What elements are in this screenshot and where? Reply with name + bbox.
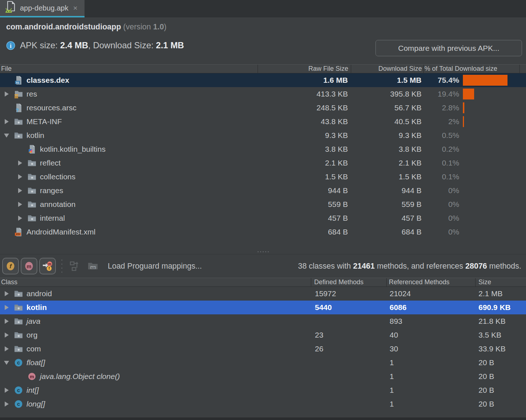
class-row[interactable]: cint[]120 B	[0, 383, 526, 397]
column-header-defined-methods[interactable]: Defined Methods	[311, 278, 387, 286]
class-row[interactable]: com263033.9 KB	[0, 342, 526, 356]
expand-toggle-icon[interactable]	[3, 401, 14, 407]
file-row[interactable]: META-INF43.8 KB40.5 KB2%	[0, 115, 526, 129]
size-value: 20 B	[476, 386, 526, 395]
package-title: com.android.androidstudioapp (version 1.…	[6, 23, 526, 32]
folder-icon	[27, 158, 37, 168]
tab-app-debug-apk[interactable]: app-debug.apk ×	[0, 0, 85, 17]
collapse-toggle-icon[interactable]	[3, 360, 14, 366]
percent-bar	[461, 130, 526, 141]
download-size-value: 9.3 KB	[350, 131, 423, 140]
file-label: AndroidManifest.xml	[26, 228, 95, 236]
file-row[interactable]: <>AndroidManifest.xml684 B684 B0%	[0, 225, 526, 239]
compare-with-previous-apk-button[interactable]: Compare with previous APK...	[375, 40, 522, 56]
bottom-edge-strip	[0, 417, 526, 420]
column-header-size[interactable]: Size	[476, 278, 526, 286]
file-row[interactable]: ?resources.arsc248.5 KB56.7 KB2.8%	[0, 101, 526, 115]
class-tree-table: android15972210242.1 MBkotlin54406086690…	[0, 287, 526, 411]
expand-spacer	[16, 146, 27, 152]
load-proguard-mappings-link[interactable]: Load Proguard mappings...	[108, 262, 202, 271]
header-filler	[520, 65, 526, 73]
file-label: META-INF	[26, 117, 62, 126]
column-header-download-size[interactable]: Download Size	[351, 65, 424, 73]
raw-file-size-value: 944 B	[257, 186, 350, 195]
expand-toggle-icon[interactable]	[16, 160, 27, 166]
class-row[interactable]: cfloat[]120 B	[0, 356, 526, 370]
field-icon: f	[5, 261, 16, 272]
defined-methods-value: 5440	[311, 303, 387, 312]
class-label: java.lang.Object clone()	[40, 372, 120, 381]
column-header-class[interactable]: Class	[0, 278, 311, 286]
file-tree-table: 01classes.dex1.6 MB1.5 MB75.4%res413.3 K…	[0, 73, 526, 249]
class-row[interactable]: mjava.lang.Object clone()120 B	[0, 370, 526, 383]
defined-methods-value: 23	[311, 331, 387, 339]
file-row[interactable]: res413.3 KB395.8 KB19.4%	[0, 87, 526, 101]
file-row[interactable]: kotlin9.3 KB9.3 KB0.5%	[0, 129, 526, 142]
toolbar-disabled-actions: a.b	[66, 260, 102, 272]
expand-spacer	[3, 77, 14, 83]
file-row[interactable]: 01classes.dex1.6 MB1.5 MB75.4%	[0, 73, 526, 87]
expand-toggle-icon[interactable]	[16, 215, 27, 221]
percent-bar	[461, 158, 526, 168]
expand-toggle-icon[interactable]	[16, 201, 27, 207]
expand-toggle-icon[interactable]	[3, 346, 14, 352]
info-icon: i	[6, 41, 15, 50]
show-fields-button[interactable]: f	[2, 258, 19, 274]
column-header-file[interactable]: File	[0, 65, 258, 73]
svg-text:01: 01	[16, 81, 19, 84]
res-folder-icon	[14, 89, 23, 99]
method-toggle-icon: m	[24, 261, 34, 272]
file-row[interactable]: ranges944 B944 B0%	[0, 184, 526, 197]
file-label: internal	[40, 214, 65, 223]
column-header-percent-of-total-download-size[interactable]: % of Total Download size	[424, 65, 520, 73]
close-icon[interactable]: ×	[73, 4, 77, 12]
expand-toggle-icon[interactable]	[3, 305, 14, 310]
raw-file-size-value: 457 B	[257, 214, 350, 223]
raw-file-size-value: 9.3 KB	[257, 131, 350, 140]
download-size-value: 944 B	[350, 186, 423, 195]
show-referenced-nodes-button[interactable]: mf	[39, 258, 56, 274]
svg-text:c: c	[17, 360, 20, 366]
expand-toggle-icon[interactable]	[3, 119, 14, 125]
show-methods-button[interactable]: m	[21, 258, 37, 274]
download-size-value: 1.5 MB	[350, 76, 423, 85]
class-row[interactable]: android15972210242.1 MB	[0, 287, 526, 301]
expand-toggle-icon[interactable]	[3, 318, 14, 324]
expand-toggle-icon[interactable]	[3, 387, 14, 393]
file-row[interactable]: reflect2.1 KB2.1 KB0.1%	[0, 156, 526, 170]
raw-file-size-value: 559 B	[257, 200, 350, 209]
expand-spacer	[3, 105, 14, 111]
class-row[interactable]: java89321.8 KB	[0, 314, 526, 328]
version-label: (version 1.0)	[123, 23, 167, 31]
column-header-referenced-methods[interactable]: Referenced Methods	[387, 278, 476, 286]
expand-toggle-icon[interactable]	[16, 188, 27, 193]
file-row[interactable]: annotation559 B559 B0%	[0, 197, 526, 211]
collapse-toggle-icon[interactable]	[3, 132, 14, 138]
splitter-grip-icon[interactable]	[258, 251, 269, 252]
percent-value: 0%	[423, 200, 461, 209]
manifest-file-icon: <>	[14, 227, 23, 237]
class-row[interactable]: clong[]120 B	[0, 397, 526, 411]
expand-toggle-icon[interactable]	[3, 332, 14, 338]
file-row[interactable]: internal457 B457 B0%	[0, 211, 526, 225]
download-size-value: 457 B	[350, 214, 423, 223]
percent-value: 0.1%	[423, 172, 461, 181]
svg-text:m: m	[30, 374, 34, 379]
percent-value: 0.2%	[423, 145, 461, 154]
class-row[interactable]: org23403.5 KB	[0, 328, 526, 342]
percent-bar	[461, 227, 526, 237]
file-label: res	[26, 90, 37, 98]
raw-file-size-value: 43.8 KB	[257, 117, 350, 126]
file-row[interactable]: collections1.5 KB1.5 KB0.1%	[0, 170, 526, 184]
file-label: kotlin.kotlin_builtins	[40, 145, 106, 154]
class-label: java	[26, 317, 41, 326]
class-row[interactable]: kotlin54406086690.9 KB	[0, 301, 526, 314]
folder-icon	[27, 213, 37, 223]
file-row[interactable]: kotlin.kotlin_builtins3.8 KB3.8 KB0.2%	[0, 142, 526, 156]
expand-toggle-icon[interactable]	[16, 174, 27, 180]
panel-splitter[interactable]	[0, 249, 526, 254]
column-header-raw-file-size[interactable]: Raw File Size	[258, 65, 351, 73]
expand-toggle-icon[interactable]	[3, 91, 14, 97]
raw-file-size-value: 413.3 KB	[257, 90, 350, 98]
expand-toggle-icon[interactable]	[3, 291, 14, 297]
